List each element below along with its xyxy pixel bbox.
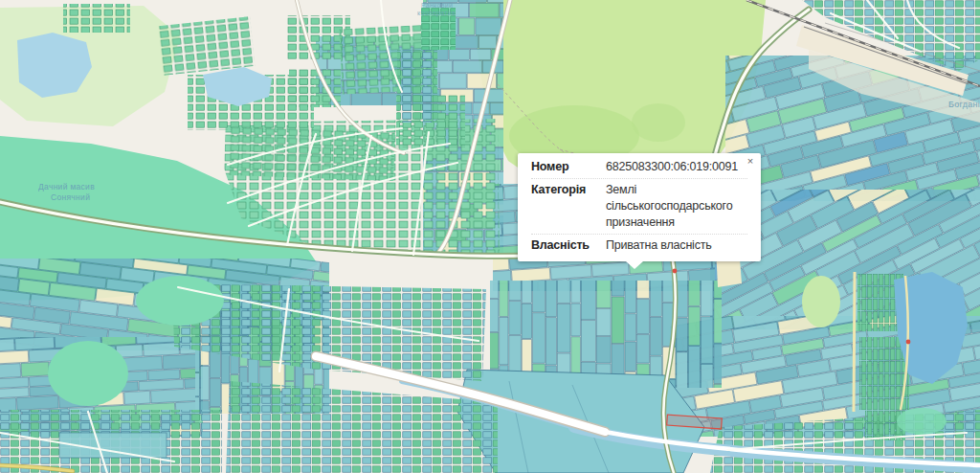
popup-row-number: Номер 6825083300:06:019:0091 (531, 156, 747, 178)
popup-label-category: Категорія (531, 182, 596, 231)
popup-label-number: Номер (531, 159, 596, 175)
popup-row-ownership: Власність Приватна власність (531, 234, 747, 257)
poi-marker-red-icon (673, 269, 678, 274)
popup-close-icon[interactable]: × (747, 155, 753, 167)
popup-row-category: Категорія Землі сільськогосподарського п… (531, 178, 747, 234)
popup-value-number: 6825083300:06:019:0091 (606, 159, 747, 175)
popup-value-category: Землі сільськогосподарського призначення (606, 182, 747, 231)
popup-value-ownership: Приватна власність (606, 237, 747, 254)
poi-marker-red-icon (906, 340, 911, 345)
map-canvas[interactable] (0, 0, 980, 473)
popup-tail (626, 261, 643, 269)
cadastral-map-app: Дачний масив Сонячний Ранковий кооперати… (0, 0, 980, 473)
parcel-info-popup: × Номер 6825083300:06:019:0091 Категорія… (518, 153, 761, 261)
popup-label-ownership: Власність (531, 237, 596, 254)
